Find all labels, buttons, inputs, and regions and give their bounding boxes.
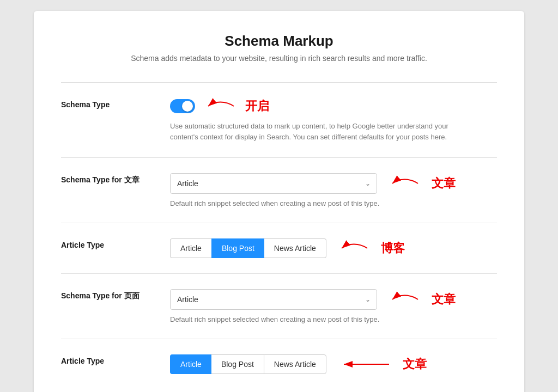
section-article-type-2: Article Type Article Blog Post News Arti… [61,339,497,389]
toggle-row: 开启 [170,98,497,114]
schema-type-page-select[interactable]: Article Blog Post News Article [170,289,377,310]
annotation-label-wenzhang2: 文章 [432,291,456,308]
section-label-article-type-2: Article Type [61,354,170,365]
section-label-schema-type-post: Schema Type for 文章 [61,173,170,185]
toggle-track[interactable] [170,99,195,113]
section-label-schema-type: Schema Type [61,98,170,109]
btn-blogpost-2[interactable]: Blog Post [211,354,264,374]
dropdown-wrapper-1[interactable]: Article Blog Post News Article ⌄ [170,173,377,194]
section-content-schema-type-page: Article Blog Post News Article ⌄ 文章 [170,289,497,323]
page-title: Schema Markup [61,33,497,50]
schema-markup-card: Schema Markup Schema adds metadata to yo… [34,11,524,392]
dropdown-wrapper-2[interactable]: Article Blog Post News Article ⌄ [170,289,377,310]
snippet-desc-1: Default rich snippet selected when creat… [170,199,497,207]
btn-group-1: Article Blog Post News Article [170,238,326,258]
section-article-type-1: Article Type Article Blog Post News Arti… [61,223,497,273]
btn-article-2[interactable]: Article [170,354,211,374]
section-schema-type-page: Schema Type for 页面 Article Blog Post New… [61,273,497,339]
card-header: Schema Markup Schema adds metadata to yo… [61,33,497,63]
annotation-arrow-1 [204,98,236,114]
section-content-article-type-1: Article Blog Post News Article 博客 [170,238,497,258]
btn-blogpost-1[interactable]: Blog Post [211,238,264,258]
btn-group-2: Article Blog Post News Article [170,354,326,374]
page-subtitle: Schema adds metadata to your website, re… [61,54,497,63]
dropdown-row-2: Article Blog Post News Article ⌄ 文章 [170,289,497,310]
annotation-label-wenzhang1: 文章 [432,175,456,192]
annotation-label-kaiq: 开启 [245,98,269,114]
section-schema-type-post: Schema Type for 文章 Article Blog Post New… [61,157,497,223]
section-content-schema-type: 开启 Use automatic structured data to mark… [170,98,497,142]
btn-article-1[interactable]: Article [170,238,211,258]
section-schema-type: Schema Type 开启 [61,82,497,157]
toggle-description: Use automatic structured data to mark up… [170,121,475,142]
btn-newsarticle-2[interactable]: News Article [264,354,326,374]
annotation-arrow-5 [337,356,392,372]
btn-group-row-2: Article Blog Post News Article 文章 [170,354,497,374]
annotation-arrow-4 [388,291,421,308]
dropdown-row-1: Article Blog Post News Article ⌄ 文章 [170,173,497,194]
section-content-schema-type-post: Article Blog Post News Article ⌄ 文章 [170,173,497,207]
section-label-schema-type-page: Schema Type for 页面 [61,289,170,301]
btn-group-row-1: Article Blog Post News Article 博客 [170,238,497,258]
schema-type-post-select[interactable]: Article Blog Post News Article [170,173,377,194]
schema-type-toggle[interactable] [170,99,195,113]
annotation-label-wenzhang3: 文章 [403,356,427,372]
btn-newsarticle-1[interactable]: News Article [264,238,326,258]
section-content-article-type-2: Article Blog Post News Article 文章 [170,354,497,374]
section-label-article-type-1: Article Type [61,238,170,249]
snippet-desc-2: Default rich snippet selected when creat… [170,315,497,323]
annotation-arrow-3 [337,240,370,256]
annotation-label-boke: 博客 [381,240,405,256]
toggle-thumb [182,101,193,112]
annotation-arrow-2 [388,175,421,192]
